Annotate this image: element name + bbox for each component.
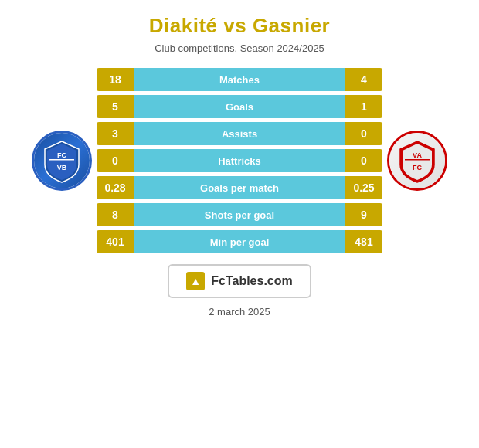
stat-right-value-4: 0.25: [345, 176, 382, 199]
svg-text:VA: VA: [413, 151, 422, 159]
stat-left-value-6: 401: [97, 230, 134, 253]
svg-text:FC: FC: [413, 164, 422, 171]
stat-right-value-5: 9: [345, 203, 382, 226]
stat-row-1: 5Goals1: [97, 95, 382, 118]
fcvb-logo-svg: FC VB: [39, 137, 85, 184]
right-team-badge: VA FC: [382, 131, 452, 191]
watermark-box: ▲ FcTables.com: [168, 264, 311, 298]
stat-right-value-0: 4: [345, 68, 382, 91]
date-text: 2 march 2025: [209, 306, 270, 317]
watermark-icon: ▲: [186, 272, 205, 290]
stats-section: FC VB 18Matches45Goals13Assists00Hattric…: [0, 68, 479, 253]
stat-label-5: Shots per goal: [134, 203, 345, 226]
page-subtitle: Club competitions, Season 2024/2025: [155, 42, 324, 54]
stat-label-4: Goals per match: [134, 176, 345, 199]
watermark-text: FcTables.com: [211, 274, 293, 288]
stat-left-value-2: 3: [97, 122, 134, 145]
stat-row-3: 0Hattricks0: [97, 149, 382, 172]
stat-left-value-5: 8: [97, 203, 134, 226]
svg-text:VB: VB: [57, 164, 67, 171]
stat-right-value-6: 481: [345, 230, 382, 253]
stat-right-value-1: 1: [345, 95, 382, 118]
stat-row-6: 401Min per goal481: [97, 230, 382, 253]
stat-label-1: Goals: [134, 95, 345, 118]
watermark-section: ▲ FcTables.com 2 march 2025: [168, 264, 311, 317]
stat-left-value-1: 5: [97, 95, 134, 118]
stat-label-6: Min per goal: [134, 230, 345, 253]
stat-left-value-3: 0: [97, 149, 134, 172]
stat-left-value-4: 0.28: [97, 176, 134, 199]
left-badge-circle: FC VB: [32, 131, 92, 191]
svg-text:FC: FC: [57, 151, 66, 159]
stat-right-value-2: 0: [345, 122, 382, 145]
stat-row-5: 8Shots per goal9: [97, 203, 382, 226]
stat-row-4: 0.28Goals per match0.25: [97, 176, 382, 199]
stat-label-3: Hattricks: [134, 149, 345, 172]
stat-row-0: 18Matches4: [97, 68, 382, 91]
stat-label-2: Assists: [134, 122, 345, 145]
stat-left-value-0: 18: [97, 68, 134, 91]
svg-rect-1: [49, 159, 74, 161]
left-team-badge: FC VB: [27, 131, 97, 191]
page-title: Diakité vs Gasnier: [149, 14, 330, 38]
right-badge-circle: VA FC: [387, 131, 447, 191]
svg-rect-4: [405, 159, 430, 161]
stat-label-0: Matches: [134, 68, 345, 91]
page-wrapper: Diakité vs Gasnier Club competitions, Se…: [0, 0, 479, 448]
vafc-logo-svg: VA FC: [394, 137, 440, 184]
stat-right-value-3: 0: [345, 149, 382, 172]
stats-table: 18Matches45Goals13Assists00Hattricks00.2…: [97, 68, 382, 253]
stat-row-2: 3Assists0: [97, 122, 382, 145]
